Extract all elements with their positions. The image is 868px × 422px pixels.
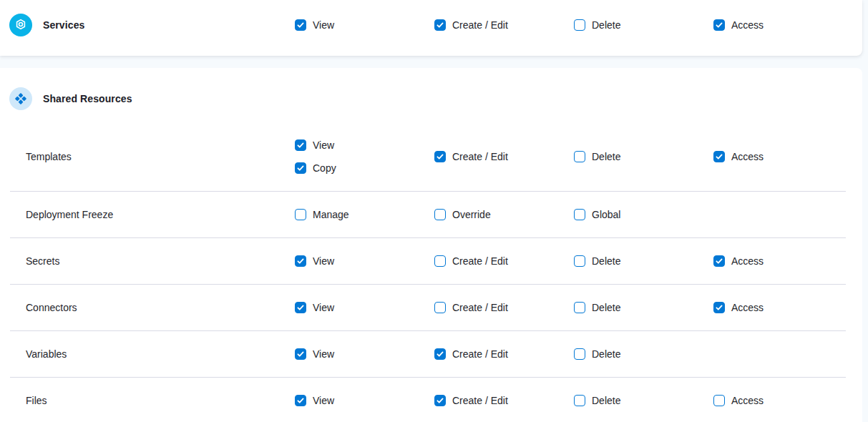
checkbox-label: Delete	[592, 151, 620, 162]
templates-access-checkbox-item[interactable]: Access	[713, 151, 764, 162]
connectors-create-edit-checkbox-item[interactable]: Create / Edit	[434, 302, 508, 313]
unchecked-checkbox-icon[interactable]	[574, 302, 585, 313]
shared-resources-card: Shared Resources TemplatesViewCopyCreate…	[0, 68, 862, 422]
checkbox-label: Access	[731, 302, 764, 313]
checked-checkbox-icon[interactable]	[295, 395, 306, 406]
deployment-freeze-manage-checkbox-item[interactable]: Manage	[295, 209, 349, 220]
secrets-permission-cell: View	[295, 255, 434, 267]
templates-permission-cell: Create / Edit	[434, 151, 574, 162]
checkbox-label: View	[313, 139, 334, 151]
services-create-edit-checkbox-item[interactable]: Create / Edit	[434, 19, 508, 31]
checkbox-label: Override	[452, 209, 491, 220]
templates-copy-checkbox-item[interactable]: Copy	[295, 162, 336, 174]
resource-row-variables: VariablesViewCreate / EditDelete	[0, 331, 862, 377]
resource-label-templates: Templates	[0, 151, 295, 162]
resource-label-files: Files	[0, 395, 295, 406]
shared-resources-rows: TemplatesViewCopyCreate / EditDeleteAcce…	[0, 122, 862, 422]
services-header: Services	[0, 14, 295, 36]
templates-view-checkbox-item[interactable]: View	[295, 139, 334, 151]
services-access-checkbox-item[interactable]: Access	[713, 19, 764, 31]
checked-checkbox-icon[interactable]	[295, 19, 306, 31]
files-create-edit-checkbox-item[interactable]: Create / Edit	[434, 395, 508, 406]
services-permission-cell: Delete	[574, 19, 713, 31]
secrets-delete-checkbox-item[interactable]: Delete	[574, 255, 620, 267]
connectors-access-checkbox-item[interactable]: Access	[713, 302, 764, 313]
checkbox-label: Manage	[313, 209, 349, 220]
section-title-services: Services	[43, 19, 84, 31]
files-view-checkbox-item[interactable]: View	[295, 395, 334, 406]
checkbox-label: Access	[731, 151, 764, 162]
variables-delete-checkbox-item[interactable]: Delete	[574, 348, 620, 360]
checked-checkbox-icon[interactable]	[434, 348, 446, 360]
secrets-permission-cell: Create / Edit	[434, 255, 574, 267]
templates-delete-checkbox-item[interactable]: Delete	[574, 151, 620, 162]
files-access-checkbox-item[interactable]: Access	[713, 395, 764, 406]
checkbox-label: View	[313, 19, 334, 31]
checked-checkbox-icon[interactable]	[434, 19, 446, 31]
checked-checkbox-icon[interactable]	[295, 348, 306, 360]
checked-checkbox-icon[interactable]	[434, 151, 446, 162]
unchecked-checkbox-icon[interactable]	[574, 348, 585, 360]
connectors-permission-cell: Create / Edit	[434, 302, 574, 313]
checkbox-label: View	[313, 302, 334, 313]
unchecked-checkbox-icon[interactable]	[434, 209, 446, 220]
connectors-delete-checkbox-item[interactable]: Delete	[574, 302, 620, 313]
unchecked-checkbox-icon[interactable]	[574, 19, 585, 31]
services-card: Services ViewCreate / EditDeleteAccess	[0, 0, 862, 56]
resource-label-connectors: Connectors	[0, 302, 295, 313]
deployment-freeze-override-checkbox-item[interactable]: Override	[434, 209, 491, 220]
checked-checkbox-icon[interactable]	[713, 255, 725, 267]
services-icon	[9, 14, 32, 36]
files-permission-cell: View	[295, 395, 434, 406]
checked-checkbox-icon[interactable]	[295, 255, 306, 267]
connectors-view-checkbox-item[interactable]: View	[295, 302, 334, 313]
checkbox-label: Create / Edit	[452, 255, 508, 267]
unchecked-checkbox-icon[interactable]	[713, 395, 725, 406]
resource-row-connectors: ConnectorsViewCreate / EditDeleteAccess	[0, 285, 862, 330]
checkbox-label: Create / Edit	[452, 302, 508, 313]
checkbox-label: Global	[592, 209, 620, 220]
deployment-freeze-permission-cell: Global	[574, 209, 713, 220]
connectors-permission-cell: Delete	[574, 302, 713, 313]
resource-label-secrets: Secrets	[0, 255, 295, 267]
checkbox-label: Delete	[592, 302, 620, 313]
deployment-freeze-global-checkbox-item[interactable]: Global	[574, 209, 620, 220]
checked-checkbox-icon[interactable]	[295, 139, 306, 151]
checked-checkbox-icon[interactable]	[295, 302, 306, 313]
services-permission-cell: Create / Edit	[434, 19, 574, 31]
services-permission-row: Services ViewCreate / EditDeleteAccess	[0, 14, 862, 36]
secrets-access-checkbox-item[interactable]: Access	[713, 255, 764, 267]
checked-checkbox-icon[interactable]	[713, 302, 725, 313]
unchecked-checkbox-icon[interactable]	[574, 209, 585, 220]
shared-resources-header: Shared Resources	[0, 68, 862, 110]
checkbox-label: Access	[731, 395, 764, 406]
unchecked-checkbox-icon[interactable]	[434, 302, 446, 313]
variables-view-checkbox-item[interactable]: View	[295, 348, 334, 360]
services-delete-checkbox-item[interactable]: Delete	[574, 19, 620, 31]
resource-row-files: FilesViewCreate / EditDeleteAccess	[0, 378, 862, 422]
connectors-permission-cell: View	[295, 302, 434, 313]
variables-create-edit-checkbox-item[interactable]: Create / Edit	[434, 348, 508, 360]
services-permission-cell: View	[295, 19, 434, 31]
resource-row-deployment-freeze: Deployment FreezeManageOverrideGlobal	[0, 192, 862, 237]
checkbox-label: Delete	[592, 19, 620, 31]
section-title-shared-resources: Shared Resources	[43, 93, 132, 104]
checkbox-label: Delete	[592, 348, 620, 360]
checked-checkbox-icon[interactable]	[434, 395, 446, 406]
unchecked-checkbox-icon[interactable]	[574, 151, 585, 162]
unchecked-checkbox-icon[interactable]	[434, 255, 446, 267]
files-delete-checkbox-item[interactable]: Delete	[574, 395, 620, 406]
secrets-permission-cell: Delete	[574, 255, 713, 267]
checked-checkbox-icon[interactable]	[713, 151, 725, 162]
checked-checkbox-icon[interactable]	[713, 19, 725, 31]
templates-create-edit-checkbox-item[interactable]: Create / Edit	[434, 151, 508, 162]
unchecked-checkbox-icon[interactable]	[574, 255, 585, 267]
services-view-checkbox-item[interactable]: View	[295, 19, 334, 31]
unchecked-checkbox-icon[interactable]	[295, 209, 306, 220]
variables-permission-cell: Create / Edit	[434, 348, 574, 360]
checked-checkbox-icon[interactable]	[295, 162, 306, 174]
secrets-create-edit-checkbox-item[interactable]: Create / Edit	[434, 255, 508, 267]
checkbox-label: Create / Edit	[452, 151, 508, 162]
unchecked-checkbox-icon[interactable]	[574, 395, 585, 406]
secrets-view-checkbox-item[interactable]: View	[295, 255, 334, 267]
